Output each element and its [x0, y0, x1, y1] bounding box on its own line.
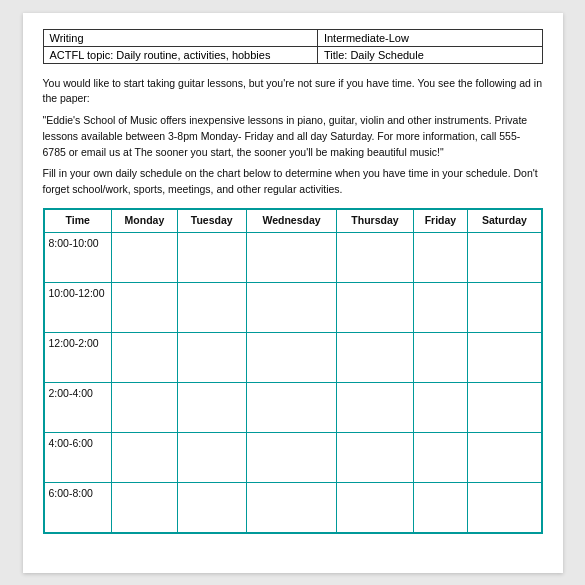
col-header-tuesday: Tuesday [177, 209, 246, 233]
time-10-12: 10:00-12:00 [44, 283, 112, 333]
intro-section: You would like to start taking guitar le… [43, 76, 543, 198]
table-row: 6:00-8:00 [44, 483, 542, 533]
time-12-2: 12:00-2:00 [44, 333, 112, 383]
schedule-table: Time Monday Tuesday Wednesday Thursday F… [43, 208, 543, 534]
cell-saturday-6-8[interactable] [468, 483, 542, 533]
cell-monday-6-8[interactable] [112, 483, 178, 533]
page-container: Writing Intermediate-Low ACTFL topic: Da… [23, 13, 563, 573]
cell-saturday-12-2[interactable] [468, 333, 542, 383]
cell-tuesday-12-2[interactable] [177, 333, 246, 383]
time-6-8: 6:00-8:00 [44, 483, 112, 533]
cell-tuesday-8-10[interactable] [177, 233, 246, 283]
cell-monday-4-6[interactable] [112, 433, 178, 483]
col-header-time: Time [44, 209, 112, 233]
col-header-saturday: Saturday [468, 209, 542, 233]
cell-monday-12-2[interactable] [112, 333, 178, 383]
time-8-10: 8:00-10:00 [44, 233, 112, 283]
cell-friday-12-2[interactable] [413, 333, 468, 383]
time-2-4: 2:00-4:00 [44, 383, 112, 433]
cell-thursday-12-2[interactable] [337, 333, 413, 383]
cell-friday-2-4[interactable] [413, 383, 468, 433]
header-row-2: ACTFL topic: Daily routine, activities, … [43, 46, 542, 63]
cell-monday-2-4[interactable] [112, 383, 178, 433]
time-4-6: 4:00-6:00 [44, 433, 112, 483]
header-actfl-label: ACTFL topic: Daily routine, activities, … [43, 46, 317, 63]
cell-saturday-4-6[interactable] [468, 433, 542, 483]
cell-tuesday-6-8[interactable] [177, 483, 246, 533]
header-title-label: Title: Daily Schedule [317, 46, 542, 63]
cell-tuesday-4-6[interactable] [177, 433, 246, 483]
cell-tuesday-2-4[interactable] [177, 383, 246, 433]
intro-paragraph-3: Fill in your own daily schedule on the c… [43, 166, 543, 198]
table-row: 12:00-2:00 [44, 333, 542, 383]
cell-thursday-10-12[interactable] [337, 283, 413, 333]
table-row: 10:00-12:00 [44, 283, 542, 333]
cell-monday-10-12[interactable] [112, 283, 178, 333]
cell-thursday-4-6[interactable] [337, 433, 413, 483]
cell-wednesday-10-12[interactable] [246, 283, 337, 333]
cell-friday-10-12[interactable] [413, 283, 468, 333]
cell-thursday-8-10[interactable] [337, 233, 413, 283]
cell-friday-8-10[interactable] [413, 233, 468, 283]
cell-tuesday-10-12[interactable] [177, 283, 246, 333]
table-header-row: Time Monday Tuesday Wednesday Thursday F… [44, 209, 542, 233]
header-level-label: Intermediate-Low [317, 29, 542, 46]
cell-friday-4-6[interactable] [413, 433, 468, 483]
intro-paragraph-1: You would like to start taking guitar le… [43, 76, 543, 108]
intro-paragraph-2: "Eddie's School of Music offers inexpens… [43, 113, 543, 160]
cell-wednesday-6-8[interactable] [246, 483, 337, 533]
col-header-friday: Friday [413, 209, 468, 233]
header-row-1: Writing Intermediate-Low [43, 29, 542, 46]
col-header-monday: Monday [112, 209, 178, 233]
cell-friday-6-8[interactable] [413, 483, 468, 533]
table-row: 4:00-6:00 [44, 433, 542, 483]
cell-wednesday-12-2[interactable] [246, 333, 337, 383]
cell-saturday-10-12[interactable] [468, 283, 542, 333]
table-row: 8:00-10:00 [44, 233, 542, 283]
cell-thursday-6-8[interactable] [337, 483, 413, 533]
cell-monday-8-10[interactable] [112, 233, 178, 283]
col-header-wednesday: Wednesday [246, 209, 337, 233]
cell-saturday-2-4[interactable] [468, 383, 542, 433]
col-header-thursday: Thursday [337, 209, 413, 233]
cell-saturday-8-10[interactable] [468, 233, 542, 283]
cell-wednesday-4-6[interactable] [246, 433, 337, 483]
header-writing-label: Writing [43, 29, 317, 46]
cell-wednesday-8-10[interactable] [246, 233, 337, 283]
cell-thursday-2-4[interactable] [337, 383, 413, 433]
header-table: Writing Intermediate-Low ACTFL topic: Da… [43, 29, 543, 64]
table-row: 2:00-4:00 [44, 383, 542, 433]
cell-wednesday-2-4[interactable] [246, 383, 337, 433]
